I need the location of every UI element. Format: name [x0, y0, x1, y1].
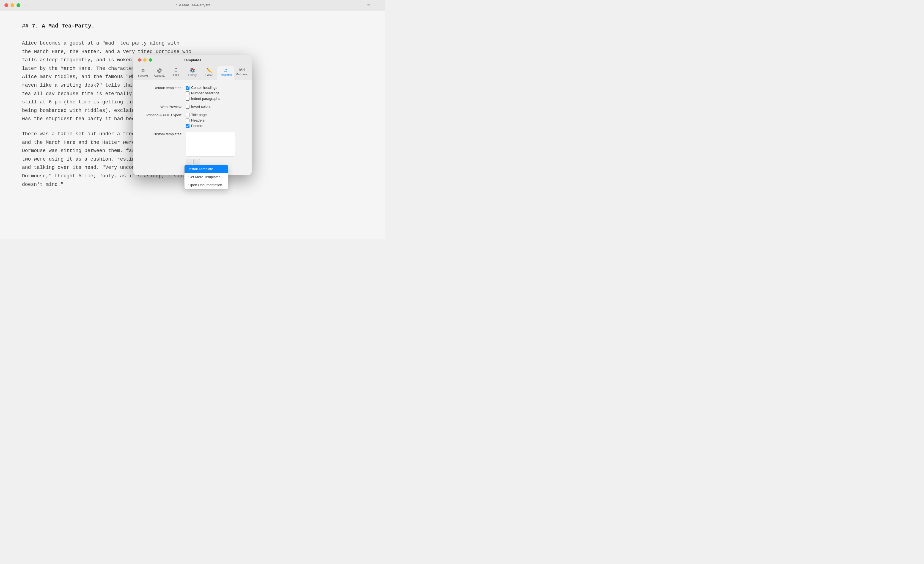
- web-preview-controls: Invert colors: [186, 105, 211, 109]
- tab-general-label: General: [138, 75, 148, 78]
- title-page-label: Title page: [191, 113, 207, 117]
- tab-templates-label: Templates: [219, 74, 232, 76]
- tab-markdown-label: Markdown: [236, 73, 248, 76]
- list-icon[interactable]: ≡: [367, 3, 370, 8]
- files-icon: 🗒: [174, 68, 178, 73]
- remove-template-button[interactable]: −: [194, 159, 200, 165]
- templates-icon: 🗂: [223, 68, 228, 73]
- invert-colors-label: Invert colors: [191, 105, 211, 109]
- get-more-templates-item[interactable]: Get More Templates: [184, 173, 228, 181]
- install-template-item[interactable]: Install Template...: [184, 165, 228, 173]
- headers-checkbox[interactable]: [186, 118, 189, 122]
- title-page-checkbox[interactable]: [186, 113, 189, 117]
- prefs-window-buttons: [138, 58, 152, 62]
- number-headings-label: Number headings: [191, 91, 219, 95]
- general-icon: ⚙: [141, 68, 145, 74]
- printing-row: Printing & PDF Export: Title page Header…: [142, 113, 243, 128]
- accounts-icon: @: [157, 68, 162, 74]
- headers-label: Headers: [191, 118, 205, 122]
- minimize-button[interactable]: [10, 3, 14, 7]
- close-button[interactable]: [4, 3, 8, 7]
- number-headings-checkbox[interactable]: [186, 91, 189, 95]
- web-preview-row: Web Preview: Invert colors: [142, 105, 243, 109]
- center-headings-checkbox[interactable]: [186, 86, 189, 90]
- prefs-title: Templates: [184, 58, 201, 62]
- indent-paragraphs-row: Indent paragraphs: [186, 96, 220, 100]
- web-preview-label: Web Preview:: [142, 105, 186, 109]
- center-headings-row: Center headings: [186, 86, 220, 90]
- add-template-button[interactable]: +: [186, 159, 192, 165]
- prefs-content: Default templates: Center headings Numbe…: [134, 80, 252, 175]
- titlebar-buttons: ‹ ›: [4, 3, 29, 7]
- indent-paragraphs-label: Indent paragraphs: [191, 96, 220, 100]
- number-headings-row: Number headings: [186, 91, 220, 95]
- library-icon: 📚: [190, 68, 195, 73]
- window-title: 7. A Mad Tea-Party.txt: [175, 3, 210, 7]
- chevron-right-icon[interactable]: ›: [380, 3, 381, 7]
- invert-colors-row: Invert colors: [186, 105, 211, 109]
- tab-files[interactable]: 🗒 Files: [168, 66, 184, 80]
- indent-paragraphs-checkbox[interactable]: [186, 97, 189, 100]
- default-templates-row: Default templates: Center headings Numbe…: [142, 86, 243, 100]
- prefs-panel: Templates ⚙ General @ Accounts 🗒 Files 📚…: [134, 55, 252, 175]
- templates-buttons: + −: [186, 159, 235, 165]
- custom-templates-controls: + − Install Template... Get More Templat…: [186, 132, 235, 165]
- prefs-close-button[interactable]: [138, 58, 141, 62]
- tab-accounts-label: Accounts: [154, 74, 165, 77]
- prefs-titlebar: Templates: [134, 55, 252, 64]
- invert-colors-checkbox[interactable]: [186, 105, 189, 109]
- custom-templates-textarea[interactable]: [186, 132, 235, 156]
- tab-markdown[interactable]: Md Markdown: [234, 66, 250, 80]
- tab-general[interactable]: ⚙ General: [135, 66, 151, 80]
- custom-templates-label: Custom templates:: [142, 132, 186, 136]
- forward-button[interactable]: ›: [28, 3, 29, 7]
- footers-row: Footers: [186, 124, 207, 128]
- chevron-down-icon[interactable]: ⌄: [373, 3, 376, 7]
- title-page-row: Title page: [186, 113, 207, 117]
- document-title: ## 7. A Mad Tea-Party.: [22, 21, 363, 31]
- tab-templates[interactable]: 🗂 Templates: [217, 66, 234, 80]
- default-templates-controls: Center headings Number headings Indent p…: [186, 86, 220, 100]
- headers-row: Headers: [186, 118, 207, 122]
- center-headings-label: Center headings: [191, 86, 217, 90]
- custom-templates-row: Custom templates: + − Install Template..…: [142, 132, 243, 165]
- printing-label: Printing & PDF Export:: [142, 113, 186, 117]
- titlebar-controls: ≡ ⌄ ›: [367, 3, 381, 8]
- default-templates-label: Default templates:: [142, 86, 186, 90]
- prefs-maximize-button[interactable]: [149, 58, 152, 62]
- tab-library[interactable]: 📚 Library: [184, 66, 201, 80]
- tab-accounts[interactable]: @ Accounts: [151, 66, 168, 80]
- tab-files-label: Files: [173, 74, 179, 76]
- tab-editor[interactable]: ✏️ Editor: [201, 66, 217, 80]
- open-documentation-item[interactable]: Open Documentation: [184, 181, 228, 189]
- printing-controls: Title page Headers Footers: [186, 113, 207, 128]
- tab-editor-label: Editor: [206, 74, 213, 77]
- footers-label: Footers: [191, 124, 203, 128]
- markdown-icon: Md: [239, 68, 245, 72]
- maximize-button[interactable]: [16, 3, 20, 7]
- back-button[interactable]: ‹: [25, 3, 26, 7]
- tab-library-label: Library: [188, 74, 197, 77]
- prefs-tab-bar: ⚙ General @ Accounts 🗒 Files 📚 Library ✏…: [134, 64, 252, 80]
- prefs-minimize-button[interactable]: [143, 58, 147, 62]
- titlebar: ‹ › 7. A Mad Tea-Party.txt ≡ ⌄ ›: [0, 0, 385, 10]
- editor-icon: ✏️: [206, 68, 212, 73]
- templates-dropdown: Install Template... Get More Templates O…: [184, 165, 228, 189]
- footers-checkbox[interactable]: [186, 124, 189, 128]
